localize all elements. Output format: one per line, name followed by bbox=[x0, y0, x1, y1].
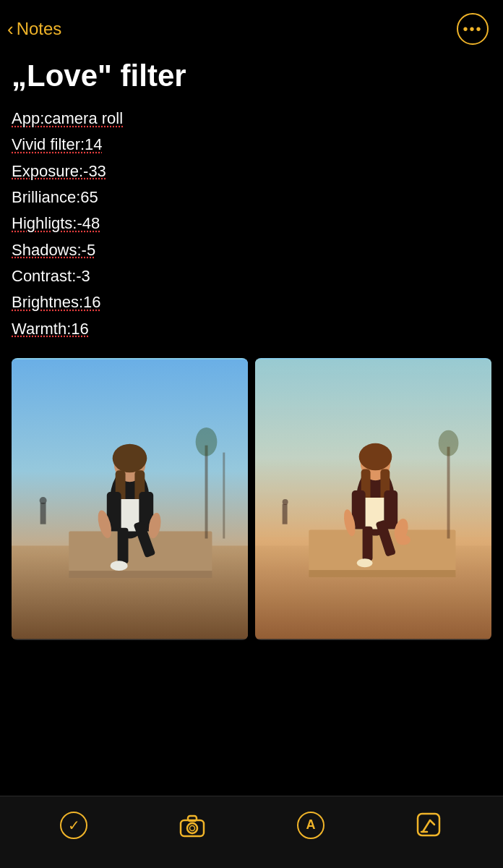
back-label: Notes bbox=[17, 19, 62, 39]
svg-point-46 bbox=[187, 823, 197, 833]
images-grid bbox=[12, 358, 491, 640]
photo-after[interactable] bbox=[255, 358, 491, 640]
svg-rect-3 bbox=[69, 571, 212, 578]
note-body: App:camera rollVivid filter:14Exposure:-… bbox=[12, 106, 491, 342]
svg-point-36 bbox=[396, 535, 410, 545]
svg-point-16 bbox=[111, 561, 128, 571]
more-options-button[interactable]: ••• bbox=[457, 13, 489, 45]
svg-rect-21 bbox=[223, 452, 225, 538]
note-line: Contrast:-3 bbox=[12, 263, 491, 289]
note-line: Brightnes:16 bbox=[12, 289, 491, 315]
ellipsis-icon: ••• bbox=[463, 22, 482, 36]
share-button[interactable]: A bbox=[293, 807, 329, 843]
svg-rect-42 bbox=[447, 447, 450, 539]
photo-before[interactable] bbox=[12, 358, 248, 640]
svg-line-50 bbox=[430, 820, 434, 825]
note-line: Exposure:-33 bbox=[12, 158, 491, 184]
spell-check-word: Warmth:16 bbox=[12, 320, 89, 338]
spell-check-word: Shadows:-5 bbox=[12, 241, 95, 259]
svg-rect-14 bbox=[118, 527, 129, 563]
svg-point-28 bbox=[359, 443, 392, 471]
svg-point-41 bbox=[283, 499, 288, 505]
edit-note-button[interactable] bbox=[411, 807, 447, 843]
check-icon: ✓ bbox=[60, 812, 87, 839]
svg-point-6 bbox=[113, 444, 147, 473]
compass-icon: A bbox=[297, 812, 324, 839]
svg-rect-17 bbox=[40, 503, 46, 524]
note-line: Brilliance:65 bbox=[12, 184, 491, 210]
camera-icon bbox=[179, 812, 206, 839]
photo-after-image bbox=[255, 358, 491, 640]
svg-rect-45 bbox=[188, 816, 197, 821]
svg-point-18 bbox=[40, 497, 47, 504]
note-line: Vivid filter:14 bbox=[12, 132, 491, 158]
spell-check-word: Highligts:-48 bbox=[12, 214, 100, 232]
photo-before-image bbox=[12, 358, 248, 640]
svg-point-39 bbox=[357, 558, 373, 567]
note-content: „Love" filter App:camera rollVivid filte… bbox=[0, 52, 503, 342]
camera-button[interactable] bbox=[174, 807, 210, 843]
spell-check-word: Brightnes:16 bbox=[12, 293, 101, 311]
svg-point-47 bbox=[190, 825, 195, 830]
svg-line-49 bbox=[423, 820, 430, 832]
svg-point-20 bbox=[196, 427, 218, 456]
header: ‹ Notes ••• bbox=[0, 0, 503, 52]
spell-check-word: Vivid filter:14 bbox=[12, 135, 103, 153]
note-line: Shadows:-5 bbox=[12, 237, 491, 263]
chevron-left-icon: ‹ bbox=[7, 20, 14, 38]
note-line: Warmth:16 bbox=[12, 316, 491, 342]
svg-point-43 bbox=[439, 430, 459, 456]
svg-rect-37 bbox=[363, 527, 373, 561]
svg-rect-25 bbox=[309, 570, 455, 577]
note-line: App:camera roll bbox=[12, 106, 491, 132]
spell-check-word: App:camera roll bbox=[12, 109, 123, 127]
edit-icon bbox=[416, 812, 443, 839]
checklist-button[interactable]: ✓ bbox=[56, 807, 92, 843]
note-title: „Love" filter bbox=[12, 59, 491, 93]
back-button[interactable]: ‹ Notes bbox=[7, 19, 61, 39]
svg-rect-19 bbox=[205, 446, 208, 539]
bottom-toolbar: ✓ A bbox=[0, 796, 503, 868]
spell-check-word: Exposure:-33 bbox=[12, 162, 106, 180]
note-line: Highligts:-48 bbox=[12, 210, 491, 237]
svg-rect-40 bbox=[283, 504, 288, 524]
